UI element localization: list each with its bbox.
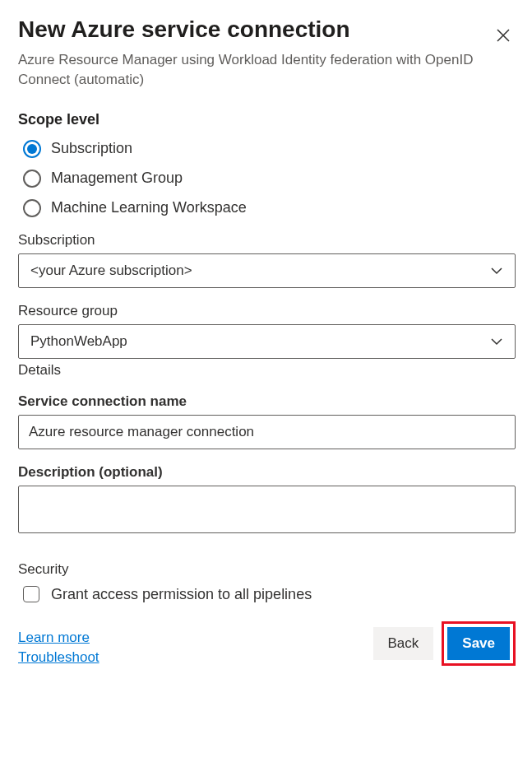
save-highlight-box: Save [442,621,516,666]
close-icon [496,33,511,45]
connection-name-input[interactable] [18,415,516,449]
radio-selected-icon [23,140,41,158]
radio-management-group[interactable]: Management Group [23,170,516,188]
troubleshoot-link[interactable]: Troubleshoot [18,649,99,666]
chevron-down-icon [490,335,503,348]
close-button[interactable] [491,23,516,50]
radio-unselected-icon [23,170,41,188]
back-button[interactable]: Back [373,627,434,660]
resource-group-value: PythonWebApp [30,333,127,350]
save-button[interactable]: Save [447,627,510,660]
description-label: Description (optional) [18,464,516,481]
connection-name-label: Service connection name [18,393,516,410]
grant-access-checkbox[interactable] [23,586,39,602]
learn-more-link[interactable]: Learn more [18,630,99,646]
scope-level-radio-group: Subscription Management Group Machine Le… [23,140,516,217]
radio-subscription[interactable]: Subscription [23,140,516,158]
resource-group-select[interactable]: PythonWebApp [18,324,516,359]
radio-management-group-label: Management Group [51,170,183,187]
subscription-label: Subscription [18,232,516,249]
radio-ml-workspace-label: Machine Learning Workspace [51,199,247,216]
dialog-subtitle: Azure Resource Manager using Workload Id… [18,50,479,90]
resource-group-label: Resource group [18,303,516,319]
radio-unselected-icon [23,199,41,217]
description-textarea[interactable] [18,486,516,533]
radio-ml-workspace[interactable]: Machine Learning Workspace [23,199,516,217]
resource-group-helper: Details [18,362,516,379]
subscription-value: <your Azure subscription> [30,263,192,279]
scope-level-heading: Scope level [18,111,516,128]
dialog-title: New Azure service connection [18,16,350,43]
chevron-down-icon [490,264,503,277]
radio-subscription-label: Subscription [51,140,132,157]
subscription-select[interactable]: <your Azure subscription> [18,253,516,288]
grant-access-label: Grant access permission to all pipelines [51,586,312,603]
security-heading: Security [18,561,516,578]
